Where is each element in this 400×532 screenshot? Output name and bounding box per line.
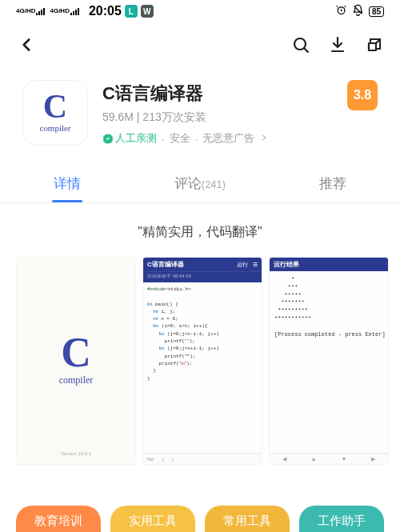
search-button[interactable]: [291, 35, 310, 58]
category-common-tools[interactable]: 常用工具: [205, 506, 290, 532]
app-title: C语言编译器: [102, 82, 333, 106]
screenshot-3[interactable]: 运行结果 * *** ***** ******* ********* *****…: [269, 257, 389, 465]
app-icon: C compiler: [22, 80, 88, 146]
status-time: 20:05: [89, 4, 122, 18]
status-left: 4G/HD 4G/HD 20:05 L W: [16, 4, 154, 18]
download-button[interactable]: [328, 35, 347, 58]
category-work-assistant[interactable]: 工作助手: [299, 506, 384, 532]
battery-indicator: 85: [369, 6, 384, 17]
tab-details[interactable]: 详情: [44, 166, 90, 202]
status-right: 85: [335, 4, 384, 18]
share-button[interactable]: [365, 35, 384, 58]
chevron-right-icon: [259, 133, 269, 145]
tab-recommend[interactable]: 推荐: [310, 166, 356, 202]
app-tags-row[interactable]: 人工亲测 · 安全 · 无恶意广告: [102, 131, 333, 146]
screenshot-carousel[interactable]: C compiler Version 10.0.1 C语言编译器 运行 ☰ 自动…: [0, 257, 400, 465]
verified-tag: 人工亲测: [102, 131, 157, 146]
app-info: C compiler C语言编译器 59.6M | 213万次安装 人工亲测 ·…: [0, 70, 400, 162]
app-tagline: "精简实用，代码翻译": [0, 203, 400, 257]
signal-1: 4G/HD: [16, 8, 46, 15]
screenshot-2[interactable]: C语言编译器 运行 ☰ 自动保存于 08:54:59 #include<stdi…: [142, 257, 262, 465]
category-education[interactable]: 教育培训: [16, 506, 101, 532]
app-meta: 59.6M | 213万次安装: [102, 110, 333, 125]
category-pills: 教育培训 实用工具 常用工具 工作助手: [0, 506, 400, 532]
category-utility[interactable]: 实用工具: [110, 506, 195, 532]
status-app-icon-w: W: [141, 5, 154, 18]
mute-icon: [352, 4, 364, 18]
header-nav: [0, 22, 400, 70]
status-app-icon-l: L: [125, 5, 138, 18]
screenshot-1[interactable]: C compiler Version 10.0.1: [16, 257, 136, 465]
back-button[interactable]: [16, 34, 37, 58]
tabs: 详情 评论(241) 推荐: [0, 162, 400, 203]
tab-comments[interactable]: 评论(241): [165, 166, 235, 202]
status-bar: 4G/HD 4G/HD 20:05 L W 85: [0, 0, 400, 22]
signal-2: 4G/HD: [50, 8, 80, 15]
noads-tag: 无恶意广告: [202, 131, 254, 146]
alarm-icon: [335, 4, 347, 18]
safe-tag: 安全: [170, 131, 190, 146]
rating-badge: 3.8: [347, 80, 378, 110]
svg-line-2: [304, 48, 308, 52]
